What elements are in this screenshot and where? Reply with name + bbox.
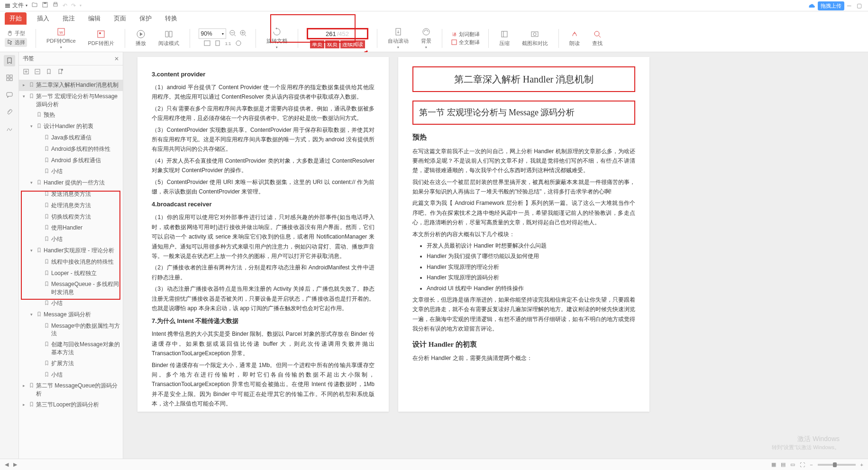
- tab-start[interactable]: 开始: [5, 12, 27, 25]
- bookmark-item[interactable]: 小结: [19, 298, 123, 309]
- bookmark-item[interactable]: ▸第三节Looper的源码分析: [19, 399, 123, 411]
- tab-protect[interactable]: 保护: [137, 12, 155, 25]
- bookmark-item[interactable]: 小结: [19, 234, 123, 245]
- tab-page[interactable]: 页面: [111, 12, 129, 25]
- bookmark-item[interactable]: 小结: [19, 166, 123, 177]
- full-translate-button[interactable]: 全文翻译: [451, 39, 480, 46]
- cloud-icon[interactable]: [807, 1, 815, 10]
- status-zoom-in[interactable]: +: [860, 462, 863, 468]
- page-number-input[interactable]: 261/452: [307, 28, 368, 39]
- redo-icon[interactable]: ↷: [71, 2, 76, 9]
- close-icon[interactable]: ✕: [114, 55, 119, 62]
- svg-rect-27: [502, 31, 507, 37]
- play-button[interactable]: 播放: [134, 28, 148, 48]
- bookmark-item[interactable]: ▾Handler实现原理 - 理论分析: [19, 245, 123, 257]
- fit-page-icon[interactable]: [214, 40, 221, 48]
- tab-insert[interactable]: 插入: [34, 12, 52, 25]
- read-mode-button[interactable]: 阅读模式: [156, 28, 181, 48]
- bookmark-item[interactable]: ▾设计Handler 的初衷: [19, 121, 123, 132]
- bookmark-item[interactable]: ▾第一节 宏观理论分析与Message源码分析: [19, 91, 123, 110]
- zoom-select[interactable]: 90%▾: [199, 28, 226, 39]
- bookmark-item[interactable]: 小结: [19, 369, 123, 381]
- bookmark-item[interactable]: 切换线程类方法: [19, 212, 123, 223]
- rail-bookmark-icon[interactable]: [4, 55, 15, 66]
- collapse-all-icon[interactable]: [34, 68, 41, 76]
- status-view-icon[interactable]: ▤: [781, 461, 786, 468]
- bookmark-item[interactable]: 预热: [19, 110, 123, 121]
- fit-width-icon[interactable]: [203, 40, 211, 48]
- auto-scroll-button[interactable]: 自动滚动▾: [386, 26, 411, 50]
- zoom-slider[interactable]: [818, 464, 856, 466]
- print-icon[interactable]: [52, 1, 59, 9]
- bookmark-item[interactable]: 处理消息类方法: [19, 200, 123, 212]
- svg-line-14: [234, 35, 236, 36]
- rotate-button[interactable]: 旋转文档▾: [265, 26, 289, 50]
- single-page-button[interactable]: 单页: [310, 40, 324, 48]
- bookmark-item[interactable]: Android 多线程通信: [19, 155, 123, 166]
- menu-dropdown[interactable]: 文件 ▾: [5, 1, 27, 9]
- svg-rect-37: [7, 92, 12, 96]
- status-fit-icon[interactable]: ⛶: [800, 462, 805, 468]
- bookmark-tree[interactable]: ▸第二章深入解析Handler消息机制▾第一节 宏观理论分析与Message源码…: [19, 79, 123, 459]
- screenshot-button[interactable]: 截图和对比: [520, 28, 550, 48]
- find-button[interactable]: 查找: [590, 28, 604, 48]
- background-button[interactable]: 背景▾: [419, 26, 433, 50]
- status-zoom-out[interactable]: −: [810, 462, 813, 468]
- zoom-in-icon[interactable]: [239, 29, 247, 38]
- svg-text:A: A: [573, 31, 576, 35]
- drag-upload-button[interactable]: 拖拽上传: [818, 1, 844, 10]
- bookmark-item[interactable]: 使用Handler: [19, 222, 123, 234]
- status-view-icon[interactable]: ▭: [790, 461, 795, 468]
- bookmark-item[interactable]: ▸第二节 MessageQueue的源码分析: [19, 380, 123, 399]
- bookmark-item[interactable]: Message中的数据属性与方法: [19, 321, 123, 340]
- read-aloud-button[interactable]: A朗读: [567, 28, 582, 48]
- continuous-button[interactable]: 连续阅读: [340, 40, 365, 48]
- rail-signature-icon[interactable]: [4, 123, 15, 135]
- word-translate-button[interactable]: 译划词翻译: [451, 31, 480, 38]
- bookmark-item[interactable]: ▾Handler 提供的一些方法: [19, 177, 123, 189]
- bookmark-item[interactable]: ▸第二章深入解析Handler消息机制: [19, 80, 123, 91]
- page-left: 3.content provider （1）android 平台提供了 Cont…: [137, 57, 389, 412]
- bookmark-item[interactable]: 线程中接收消息的特殊性: [19, 257, 123, 268]
- svg-point-31: [594, 31, 599, 36]
- compress-button[interactable]: 压缩: [497, 28, 512, 48]
- pdf-to-office-button[interactable]: WPDF转Office▾: [45, 26, 78, 50]
- bookmark-item[interactable]: 发送消息类方法: [19, 189, 123, 200]
- hand-tool[interactable]: 手型: [7, 30, 25, 37]
- bookmark-item[interactable]: 扩展方法: [19, 358, 123, 369]
- rail-comment-icon[interactable]: [4, 89, 15, 101]
- bookmark-item[interactable]: Android多线程的特殊性: [19, 144, 123, 155]
- double-page-button[interactable]: 双页: [325, 40, 339, 48]
- bookmark-settings-icon[interactable]: [57, 68, 64, 76]
- save-icon[interactable]: [42, 1, 48, 9]
- pdf-to-image-button[interactable]: PDF转图片: [86, 28, 116, 48]
- tab-edit[interactable]: 编辑: [85, 12, 103, 25]
- add-bookmark-icon[interactable]: [46, 68, 52, 76]
- minimize-icon[interactable]: ─: [847, 2, 854, 9]
- tab-annotate[interactable]: 批注: [60, 12, 78, 25]
- bookmark-item[interactable]: Looper - 线程独立: [19, 268, 123, 279]
- select-tool[interactable]: 选择: [5, 38, 27, 47]
- bookmark-item[interactable]: 创建与回收Message对象的基本方法: [19, 339, 123, 358]
- status-nav-icon[interactable]: ▶: [13, 461, 17, 468]
- fit-visible-icon[interactable]: [235, 40, 242, 48]
- zoom-out-icon[interactable]: [229, 29, 237, 38]
- tab-convert[interactable]: 转换: [162, 12, 180, 25]
- expand-all-icon[interactable]: [23, 68, 29, 76]
- undo-icon[interactable]: ↶: [63, 2, 67, 9]
- maximize-icon[interactable]: ▢: [857, 2, 863, 9]
- bookmark-item[interactable]: Java多线程通信: [19, 132, 123, 144]
- status-view-icon[interactable]: ▦: [771, 461, 776, 468]
- rail-thumbnail-icon[interactable]: [4, 72, 15, 83]
- actual-size-icon[interactable]: 1:1: [224, 40, 232, 48]
- open-icon[interactable]: [31, 1, 38, 9]
- bookmark-item[interactable]: MessageQueue - 多线程同时发消息: [19, 279, 123, 298]
- rail-attachment-icon[interactable]: [4, 106, 15, 118]
- bookmark-item[interactable]: ▾Message 源码分析: [19, 309, 123, 321]
- svg-rect-2: [5, 7, 10, 8]
- svg-rect-34: [10, 75, 12, 77]
- svg-line-32: [599, 36, 601, 37]
- status-nav-icon[interactable]: ◀: [5, 461, 9, 468]
- bookmark-panel-title: 书签: [23, 55, 34, 63]
- svg-rect-26: [452, 40, 457, 45]
